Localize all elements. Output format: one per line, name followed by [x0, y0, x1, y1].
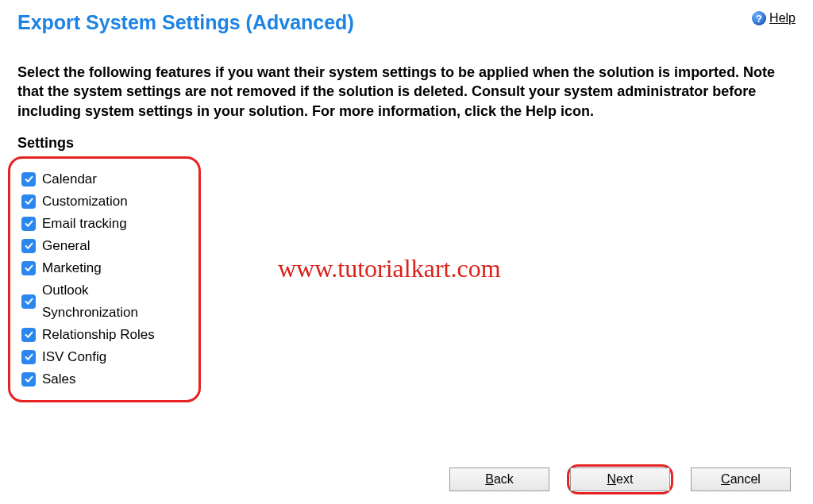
- page-description: Select the following features if you wan…: [0, 34, 813, 121]
- checkbox[interactable]: [21, 194, 36, 209]
- settings-item-label: Relationship Roles: [42, 324, 155, 346]
- settings-item-label: Email tracking: [42, 213, 127, 235]
- settings-item-label: Sales: [42, 368, 76, 391]
- cancel-button[interactable]: Cancel: [691, 467, 791, 491]
- settings-item-label: Customization: [42, 190, 128, 213]
- checkbox[interactable]: [21, 350, 36, 364]
- checkbox[interactable]: [21, 261, 36, 275]
- back-button[interactable]: Back: [449, 467, 549, 491]
- settings-list-highlight: CalendarCustomizationEmail trackingGener…: [8, 156, 201, 402]
- next-button-highlight: Next: [567, 464, 673, 494]
- checkbox[interactable]: [21, 217, 36, 231]
- help-label: Help: [769, 11, 796, 25]
- settings-item: Outlook Synchronization: [21, 279, 187, 324]
- settings-item-label: Marketing: [42, 257, 102, 279]
- settings-item: Relationship Roles: [21, 324, 187, 346]
- settings-item: Calendar: [21, 168, 187, 190]
- help-icon: ?: [752, 11, 766, 25]
- settings-item-label: Outlook Synchronization: [42, 279, 187, 324]
- settings-item: Marketing: [21, 257, 187, 279]
- settings-item: Sales: [21, 368, 187, 391]
- next-button[interactable]: Next: [570, 467, 670, 491]
- help-link[interactable]: ? Help: [752, 11, 796, 25]
- settings-heading: Settings: [0, 121, 813, 152]
- settings-item-label: General: [42, 235, 90, 257]
- settings-item: ISV Config: [21, 346, 187, 368]
- page-title: Export System Settings (Advanced): [17, 11, 354, 34]
- watermark-text: www.tutorialkart.com: [278, 254, 501, 283]
- settings-item: Email tracking: [21, 213, 187, 235]
- checkbox[interactable]: [21, 328, 36, 342]
- checkbox[interactable]: [21, 172, 36, 187]
- settings-item: General: [21, 235, 187, 257]
- settings-item: Customization: [21, 190, 187, 213]
- checkbox[interactable]: [21, 239, 36, 253]
- settings-item-label: Calendar: [42, 168, 97, 190]
- settings-item-label: ISV Config: [42, 346, 106, 368]
- button-bar: Back Next Cancel: [446, 464, 794, 494]
- checkbox[interactable]: [21, 372, 36, 387]
- checkbox[interactable]: [21, 294, 36, 309]
